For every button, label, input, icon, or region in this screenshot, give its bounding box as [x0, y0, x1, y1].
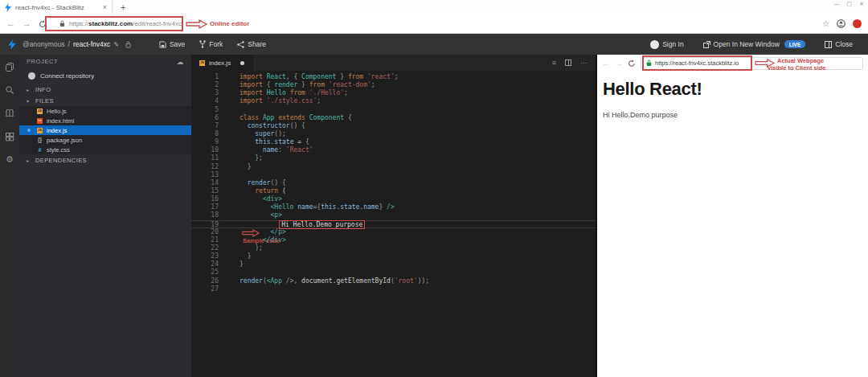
- chevron-right-icon: ▸: [27, 158, 31, 163]
- preview-refresh-icon[interactable]: [628, 59, 636, 68]
- code-line[interactable]: 15 return (: [191, 187, 596, 195]
- new-tab-button[interactable]: +: [121, 2, 125, 12]
- code-text: [219, 106, 240, 114]
- line-number: 4: [191, 97, 219, 105]
- search-icon[interactable]: [5, 85, 14, 95]
- user-name: @anonymous: [23, 40, 65, 48]
- project-breadcrumb[interactable]: @anonymous / react-fnv4xc ✎: [23, 40, 131, 48]
- code-line[interactable]: 6class App extends Component {: [191, 114, 596, 122]
- preview-forward-icon[interactable]: →: [615, 59, 623, 68]
- window-maximize-icon[interactable]: ▢: [847, 0, 853, 7]
- sign-in-button[interactable]: Sign In: [643, 34, 690, 55]
- preview-url-annotation-box: [642, 55, 752, 71]
- line-number: 22: [191, 244, 219, 252]
- code-line[interactable]: 23 }: [191, 252, 596, 260]
- editor-tab-indexjs[interactable]: JS index.js: [191, 55, 253, 71]
- close-preview-button[interactable]: Close: [817, 34, 860, 55]
- line-number: 26: [191, 277, 219, 285]
- github-icon: [28, 72, 35, 80]
- file-item-index.html[interactable]: <>index.html: [19, 116, 191, 125]
- code-line[interactable]: 24}: [191, 260, 596, 268]
- code-line[interactable]: 10 name: 'React': [191, 146, 596, 154]
- tab-close-icon[interactable]: ×: [103, 3, 107, 11]
- code-line[interactable]: 5: [191, 106, 596, 114]
- connect-repository-button[interactable]: Connect repository: [19, 68, 191, 84]
- code-line[interactable]: 18 <p>: [191, 211, 596, 219]
- back-icon[interactable]: ←: [6, 19, 15, 28]
- fork-button[interactable]: Fork: [192, 34, 230, 55]
- profile-badge-icon[interactable]: [853, 19, 862, 28]
- code-text: [219, 268, 240, 277]
- json-file-icon: {}: [37, 137, 43, 143]
- window-close-icon[interactable]: ✕: [859, 0, 864, 7]
- code-text: import React, { Component } from 'react'…: [219, 73, 399, 81]
- header-actions: Save Fork Share: [152, 34, 273, 55]
- project-files-icon[interactable]: [5, 62, 14, 72]
- line-number: 19: [191, 221, 219, 227]
- bookmark-star-icon[interactable]: ☆: [822, 19, 829, 28]
- file-item-package.json[interactable]: {}package.json: [19, 135, 191, 145]
- preview-annotation-label: Actual Webpage visible to Client side: [777, 57, 826, 72]
- code-line[interactable]: 22 );: [191, 244, 596, 252]
- code-line[interactable]: 17 <Hello name={this.state.name} />: [191, 203, 596, 211]
- preview-back-icon[interactable]: ←: [602, 59, 610, 68]
- file-item-style.css[interactable]: #style.css: [19, 145, 191, 154]
- code-line[interactable]: 7 constructor() {: [191, 122, 596, 130]
- line-number: 1: [191, 73, 219, 81]
- file-item-index.js[interactable]: JSindex.js: [19, 125, 191, 135]
- code-line[interactable]: 25: [191, 268, 596, 277]
- code-line[interactable]: 14 render() {: [191, 179, 596, 187]
- code-line[interactable]: 19 Hi Hello.Demo purposeSample code: [191, 220, 596, 228]
- chevron-right-icon: ▸: [27, 87, 31, 92]
- code-line[interactable]: 13: [191, 171, 596, 179]
- line-number: 23: [191, 252, 219, 260]
- window-minimize-icon[interactable]: —: [834, 0, 840, 7]
- preview-heading: Hello React!: [603, 79, 862, 100]
- code-line[interactable]: 20 </p>: [191, 228, 596, 236]
- code-line[interactable]: 1import React, { Component } from 'react…: [191, 73, 596, 81]
- cloud-sync-icon[interactable]: ☁: [176, 58, 184, 66]
- code-line[interactable]: 11 };: [191, 154, 596, 162]
- section-dependencies[interactable]: ▸ DEPENDENCIES: [19, 154, 191, 166]
- code-text: return (: [219, 187, 286, 195]
- code-text: );: [219, 244, 263, 252]
- more-actions-icon[interactable]: ···: [580, 59, 588, 67]
- live-badge: LIVE: [784, 40, 805, 48]
- code-line[interactable]: 16 <div>: [191, 195, 596, 203]
- book-icon[interactable]: [5, 109, 14, 118]
- code-line[interactable]: 9 this.state = {: [191, 138, 596, 146]
- save-button[interactable]: Save: [152, 34, 192, 55]
- code-line[interactable]: 4import './style.css';: [191, 97, 596, 105]
- share-icon: [237, 41, 244, 48]
- code-area[interactable]: 1import React, { Component } from 'react…: [191, 71, 596, 377]
- header-right: Sign In Open In New Window LIVE Close: [643, 34, 860, 55]
- edit-pencil-icon[interactable]: ✎: [113, 41, 119, 48]
- activity-bar: ⚙: [0, 55, 19, 377]
- open-new-window-button[interactable]: Open In New Window LIVE: [696, 34, 813, 55]
- code-line[interactable]: 12 }: [191, 163, 596, 171]
- split-editor-icon[interactable]: [565, 59, 571, 66]
- tab-title: react-fnv4xc - StackBlitz: [15, 4, 99, 11]
- line-number: 14: [191, 179, 219, 187]
- code-line[interactable]: 27: [191, 285, 596, 293]
- format-icon[interactable]: ≡: [552, 59, 556, 67]
- code-line[interactable]: 3import Hello from './Hello';: [191, 89, 596, 97]
- forward-icon[interactable]: →: [23, 19, 31, 28]
- avatar-icon[interactable]: [837, 19, 845, 28]
- code-text: render() {: [219, 179, 286, 187]
- browser-toolbar: ← → https://stackblitz.com/edit/react-fn…: [0, 14, 868, 34]
- code-line[interactable]: 26render(<App />, document.getElementByI…: [191, 277, 596, 285]
- code-text: </p>: [219, 228, 286, 236]
- code-line[interactable]: 21 </div>: [191, 236, 596, 244]
- code-line[interactable]: 2import { render } from 'react-dom';: [191, 81, 596, 89]
- browser-tab[interactable]: react-fnv4xc - StackBlitz ×: [0, 0, 113, 14]
- share-button[interactable]: Share: [230, 34, 273, 55]
- blocks-icon[interactable]: [5, 132, 14, 141]
- project-name: react-fnv4xc: [73, 40, 110, 48]
- code-line[interactable]: 8 super();: [191, 130, 596, 138]
- section-files[interactable]: ▾ FILES: [19, 95, 191, 106]
- section-info[interactable]: ▸ INFO: [19, 84, 191, 95]
- project-label: PROJECT: [27, 58, 58, 65]
- file-item-Hello.js[interactable]: JSHello.js: [19, 106, 191, 116]
- settings-gear-icon[interactable]: ⚙: [6, 155, 14, 164]
